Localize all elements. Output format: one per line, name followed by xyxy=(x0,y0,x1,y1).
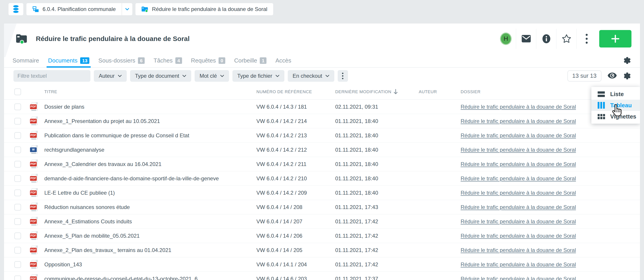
filter-dropdown-auteur[interactable]: Auteur xyxy=(94,70,127,82)
page-title: Réduire le trafic pendulaire à la douane… xyxy=(36,35,190,42)
section-tab-sous-dossiers[interactable]: Sous-dossiers 6 xyxy=(98,54,144,67)
document-folder-link[interactable]: Réduire le trafic pendulaire à la douane… xyxy=(460,147,576,153)
document-title[interactable]: communique-de-presse-du-conseil-d-etat-d… xyxy=(44,276,256,280)
view-mode-item-tableau[interactable]: Tableau xyxy=(592,100,640,111)
table-row[interactable]: PDF communique-de-presse-du-conseil-d-et… xyxy=(4,272,640,280)
document-modified: 01.11.2021, 18:40 xyxy=(335,190,419,196)
document-title[interactable]: Annexe_2_Plan des_travaux_ terrains au 0… xyxy=(44,247,256,253)
document-folder-link[interactable]: Réduire le trafic pendulaire à la douane… xyxy=(460,276,576,280)
view-mode-menu: Liste Tableau Vignettes xyxy=(592,87,640,124)
text-filter-input[interactable] xyxy=(18,73,86,79)
table-row[interactable]: PDF Annexe_4_Estimations Couts induits V… xyxy=(4,214,640,229)
row-checkbox[interactable] xyxy=(14,204,21,210)
folder-status-icon xyxy=(141,6,148,12)
more-options-button[interactable] xyxy=(576,29,596,49)
document-title[interactable]: Réduction nuisances sonores étude xyxy=(44,204,256,210)
folder-tab[interactable]: Réduire le trafic pendulaire à la douane… xyxy=(136,3,273,15)
add-button[interactable] xyxy=(599,30,632,48)
mail-button[interactable] xyxy=(516,29,536,49)
document-title[interactable]: Dossier de plans xyxy=(44,104,256,110)
document-title[interactable]: Annexe_4_Estimations Couts induits xyxy=(44,218,256,225)
row-checkbox[interactable] xyxy=(14,247,21,254)
row-checkbox[interactable] xyxy=(14,118,21,124)
folder-tab-label: Réduire le trafic pendulaire à la douane… xyxy=(152,6,267,12)
document-title[interactable]: Annexe_5_Plan de mobilite_05.05.2021 xyxy=(44,233,256,239)
row-checkbox[interactable] xyxy=(14,218,21,225)
column-header-reference[interactable]: NUMÉRO DE RÉFÉRENCE xyxy=(256,90,335,94)
document-title[interactable]: Publication dans le communique de presse… xyxy=(44,132,256,139)
table-row[interactable]: PDF Annexe_2_Plan des_travaux_ terrains … xyxy=(4,243,640,258)
column-header-titre[interactable]: TITRE xyxy=(44,90,256,94)
view-mode-item-liste[interactable]: Liste xyxy=(592,88,640,100)
row-checkbox[interactable] xyxy=(14,146,21,153)
section-tab-documents[interactable]: Documents 13 xyxy=(48,54,89,67)
document-folder-link[interactable]: Réduire le trafic pendulaire à la douane… xyxy=(460,262,576,268)
document-title[interactable]: demande-d-aide-financiere-dans-le-domain… xyxy=(44,176,256,182)
user-avatar-button[interactable]: H xyxy=(496,29,516,49)
view-mode-item-vignettes[interactable]: Vignettes xyxy=(592,111,640,122)
document-title[interactable]: rechtsgrundlagenanalyse xyxy=(44,147,256,153)
filter-dropdown-en-checkout[interactable]: En checkout xyxy=(288,70,334,82)
table-row[interactable]: PDF demande-d-aide-financiere-dans-le-do… xyxy=(4,171,640,186)
database-icon xyxy=(12,5,20,14)
result-counter[interactable]: 13 sur 13 xyxy=(568,70,602,82)
row-checkbox[interactable] xyxy=(14,190,21,196)
row-checkbox[interactable] xyxy=(14,232,21,239)
column-header-modification[interactable]: DERNIÈRE MODIFICATION xyxy=(335,89,419,95)
document-title[interactable]: Annexe_3_Calendrier des travaux au 16.04… xyxy=(44,161,256,167)
row-checkbox[interactable] xyxy=(14,175,21,182)
pdf-file-icon: PDF xyxy=(30,260,38,269)
document-folder-link[interactable]: Réduire le trafic pendulaire à la douane… xyxy=(460,104,576,110)
row-checkbox[interactable] xyxy=(14,261,21,268)
filter-dropdown-mot-clé[interactable]: Mot clé xyxy=(194,70,229,82)
document-title[interactable]: Annexe_1_Presentation du projet au 10.05… xyxy=(44,118,256,124)
table-row[interactable]: PDF Réduction nuisances sonores étude VW… xyxy=(4,200,640,214)
main-content-card: Réduire le trafic pendulaire à la douane… xyxy=(4,24,640,280)
document-folder-link[interactable]: Réduire le trafic pendulaire à la douane… xyxy=(460,118,576,124)
document-folder-link[interactable]: Réduire le trafic pendulaire à la douane… xyxy=(460,161,576,167)
row-checkbox[interactable] xyxy=(14,276,21,280)
table-row[interactable]: PDF Annexe_3_Calendrier des travaux au 1… xyxy=(4,157,640,171)
document-folder-link[interactable]: Réduire le trafic pendulaire à la douane… xyxy=(460,204,576,210)
document-folder-link[interactable]: Réduire le trafic pendulaire à la douane… xyxy=(460,132,576,138)
document-folder-link[interactable]: Réduire le trafic pendulaire à la douane… xyxy=(460,247,576,253)
table-row[interactable]: PDF LE-E Lettre du CE publiee (1) VW 6.0… xyxy=(4,186,640,200)
document-folder-link[interactable]: Réduire le trafic pendulaire à la douane… xyxy=(460,233,576,239)
document-modified: 01.11.2021, 18:40 xyxy=(335,132,419,139)
text-filter-field[interactable] xyxy=(14,70,90,82)
favorite-button[interactable] xyxy=(556,29,576,49)
section-tab-sommaire[interactable]: Sommaire xyxy=(12,54,39,67)
root-tab[interactable] xyxy=(8,3,23,15)
word-file-icon: W xyxy=(30,145,38,154)
table-row[interactable]: PDF Annexe_1_Presentation du projet au 1… xyxy=(4,114,640,128)
section-tab-t-ches[interactable]: Tâches 4 xyxy=(154,54,182,67)
table-settings-button[interactable] xyxy=(623,72,632,80)
workspace-tab-caret[interactable] xyxy=(122,3,132,15)
table-row[interactable]: PDF Publication dans le communique de pr… xyxy=(4,128,640,143)
workspace-tab[interactable]: 6.0.4. Planification communale xyxy=(26,3,122,15)
section-tab-corbeille[interactable]: Corbeille 1 xyxy=(234,54,266,67)
row-checkbox[interactable] xyxy=(14,132,21,139)
document-folder-link[interactable]: Réduire le trafic pendulaire à la douane… xyxy=(460,218,576,224)
filter-dropdown-type-de-document[interactable]: Type de document xyxy=(130,70,191,82)
select-all-checkbox[interactable] xyxy=(14,88,21,95)
filter-dropdown-type-de-fichier[interactable]: Type de fichier xyxy=(232,70,284,82)
info-button[interactable] xyxy=(536,29,556,49)
table-row[interactable]: PDF Annexe_5_Plan de mobilite_05.05.2021… xyxy=(4,229,640,243)
row-checkbox[interactable] xyxy=(14,161,21,168)
document-title[interactable]: LE-E Lettre du CE publiee (1) xyxy=(44,190,256,196)
row-checkbox[interactable] xyxy=(14,104,21,110)
table-row[interactable]: PDF Dossier de plans VW 6.0.4 / 14.3 / 1… xyxy=(4,100,640,114)
column-header-auteur[interactable]: AUTEUR xyxy=(419,90,460,94)
table-row[interactable]: PDF Opposition_143 VW 6.0.4 / 14.1 / 204… xyxy=(4,258,640,272)
table-row[interactable]: W rechtsgrundlagenanalyse VW 6.0.4 / 14.… xyxy=(4,143,640,157)
document-title[interactable]: Opposition_143 xyxy=(44,262,256,268)
more-filters-button[interactable] xyxy=(338,70,348,82)
document-folder-link[interactable]: Réduire le trafic pendulaire à la douane… xyxy=(460,190,576,196)
section-tab-acc-s[interactable]: Accès xyxy=(276,54,291,67)
tabs-settings-button[interactable] xyxy=(623,56,632,65)
visibility-button[interactable] xyxy=(607,72,617,80)
section-tab-requ-tes[interactable]: Requêtes 0 xyxy=(191,54,225,67)
document-folder-link[interactable]: Réduire le trafic pendulaire à la douane… xyxy=(460,176,576,182)
document-modified: 01.11.2021, 17:43 xyxy=(335,204,419,210)
